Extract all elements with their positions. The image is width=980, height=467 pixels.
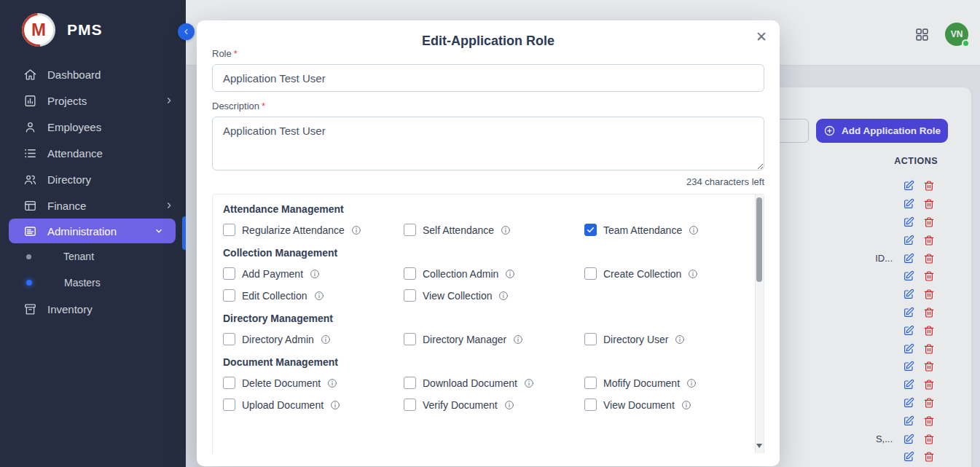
checkbox[interactable]	[584, 377, 597, 389]
inventory-icon	[23, 302, 37, 316]
checkbox[interactable]	[404, 224, 416, 236]
permission-team-attendance[interactable]: Team Attendance	[584, 224, 742, 236]
checkbox[interactable]	[223, 289, 235, 302]
sidebar-item-employees[interactable]: Employees	[0, 114, 186, 140]
checkbox[interactable]	[404, 333, 416, 345]
people-icon	[23, 173, 37, 187]
home-icon	[23, 68, 37, 82]
info-icon	[504, 400, 514, 410]
info-icon	[327, 378, 337, 388]
close-icon[interactable]: ✕	[756, 30, 767, 44]
info-icon	[686, 378, 697, 388]
permissions-panel: Attendance ManagementRegularize Attendan…	[212, 194, 764, 453]
permission-add-payment[interactable]: Add Payment	[223, 267, 404, 280]
checkbox[interactable]	[404, 267, 416, 280]
required-marker: *	[262, 101, 265, 111]
permission-self-attendance[interactable]: Self Attendance	[404, 224, 584, 236]
chevron-down-icon	[154, 226, 164, 236]
bullet-icon	[26, 254, 31, 259]
permission-regularize-attendance[interactable]: Regularize Attendance	[223, 224, 404, 236]
checkbox[interactable]	[404, 289, 416, 302]
chevron-right-icon	[164, 200, 174, 211]
permission-edit-collection[interactable]: Edit Collection	[223, 289, 404, 302]
checkbox[interactable]	[223, 377, 235, 389]
scrollbar-thumb[interactable]	[756, 197, 762, 282]
info-icon	[330, 400, 340, 410]
modal-title: Edit-Application Role	[212, 20, 764, 38]
sidebar-collapse-button[interactable]	[178, 23, 195, 40]
logo-letter: M	[31, 20, 46, 40]
permission-upload-document[interactable]: Upload Document	[223, 399, 404, 411]
checkbox[interactable]	[404, 399, 416, 411]
admin-icon	[23, 224, 37, 238]
sidebar-item-projects[interactable]: Projects	[0, 87, 186, 114]
checkbox[interactable]	[584, 267, 597, 280]
chevron-right-icon	[164, 95, 174, 106]
permission-section-title: Attendance Management	[223, 203, 742, 215]
sidebar-subitem-tenant[interactable]: Tenant	[0, 243, 186, 270]
permission-section-title: Document Management	[223, 356, 742, 368]
sidebar: M PMS DashboardProjectsEmployeesAttendan…	[0, 0, 186, 467]
info-icon	[513, 334, 523, 345]
app-logo: M PMS	[0, 0, 186, 57]
sidebar-item-dashboard[interactable]: Dashboard	[0, 61, 186, 87]
info-icon	[689, 225, 699, 235]
info-icon	[310, 269, 320, 279]
sidebar-item-directory[interactable]: Directory	[0, 166, 186, 192]
checkbox[interactable]	[223, 267, 235, 280]
role-label: Role*	[212, 48, 764, 60]
checkbox[interactable]	[223, 399, 235, 411]
description-label: Description*	[212, 101, 764, 112]
permission-directory-user[interactable]: Directory User	[584, 333, 742, 345]
sidebar-item-inventory[interactable]: Inventory	[0, 296, 186, 322]
description-input[interactable]: Application Test User	[212, 117, 764, 170]
permission-delete-document[interactable]: Delete Document	[223, 377, 404, 389]
sidebar-item-attendance[interactable]: Attendance	[0, 140, 186, 166]
info-icon	[505, 269, 515, 279]
permission-create-collection[interactable]: Create Collection	[584, 267, 742, 280]
checkbox[interactable]	[223, 333, 235, 345]
characters-left-counter: 234 characters left	[212, 176, 764, 189]
sidebar-item-finance[interactable]: Finance	[0, 192, 186, 219]
checkbox[interactable]	[223, 224, 235, 236]
checkbox[interactable]	[584, 399, 597, 411]
app-name: PMS	[67, 21, 103, 39]
scrollbar-track[interactable]	[755, 195, 764, 453]
permission-mofify-document[interactable]: Mofify Document	[584, 377, 742, 389]
checkbox[interactable]	[584, 333, 597, 345]
info-icon	[351, 225, 361, 235]
edit-application-role-modal: Edit-Application Role ✕ Role* Descriptio…	[197, 20, 780, 466]
permission-verify-document[interactable]: Verify Document	[404, 399, 584, 411]
permission-view-collection[interactable]: View Collection	[404, 289, 584, 302]
permission-section-title: Collection Management	[223, 247, 742, 259]
permission-collection-admin[interactable]: Collection Admin	[404, 267, 584, 280]
sidebar-subitem-masters[interactable]: Masters	[0, 270, 186, 296]
list-icon	[23, 146, 37, 160]
permission-directory-admin[interactable]: Directory Admin	[223, 333, 404, 345]
info-icon	[321, 334, 331, 345]
info-icon	[524, 378, 534, 388]
logo-icon: M	[22, 13, 55, 47]
bullet-icon	[26, 280, 32, 286]
sidebar-item-administration[interactable]: Administration	[9, 219, 176, 243]
permission-directory-manager[interactable]: Directory Manager	[404, 333, 584, 345]
required-marker: *	[234, 48, 238, 59]
finance-icon	[23, 199, 37, 213]
info-icon	[675, 334, 685, 345]
checkbox[interactable]	[404, 377, 416, 389]
info-icon	[498, 291, 509, 301]
person-icon	[23, 120, 37, 134]
role-input[interactable]	[212, 64, 764, 92]
info-icon	[314, 291, 324, 301]
info-icon	[501, 225, 511, 235]
projects-icon	[23, 94, 37, 108]
permission-download-document[interactable]: Download Document	[404, 377, 584, 389]
permission-view-document[interactable]: View Document	[584, 399, 742, 411]
checkbox-checked[interactable]	[584, 224, 597, 236]
info-icon	[688, 269, 698, 279]
permission-section-title: Directory Management	[223, 313, 742, 324]
scroll-down-button[interactable]	[756, 444, 762, 448]
sidebar-menu: DashboardProjectsEmployeesAttendanceDire…	[0, 57, 186, 322]
info-icon	[681, 400, 691, 410]
